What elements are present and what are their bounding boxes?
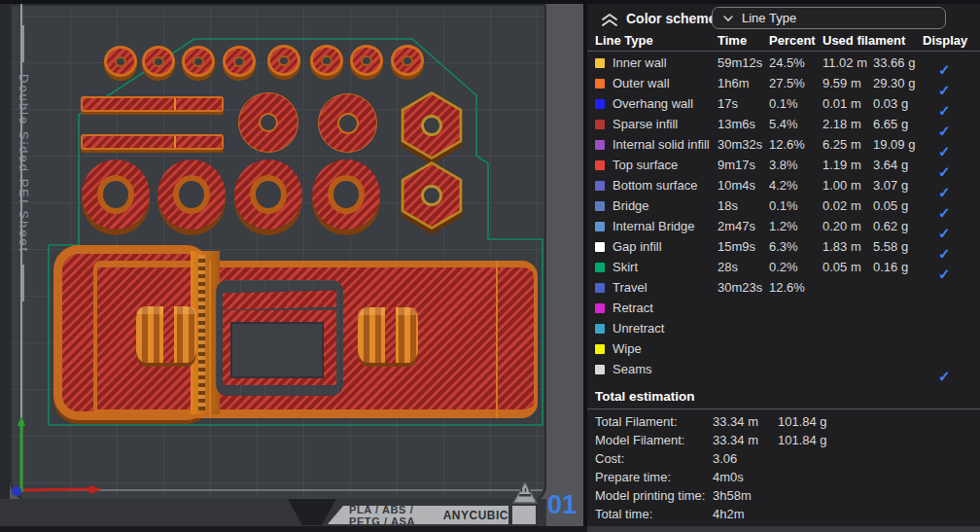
line-type-row[interactable]: Seams	[587, 359, 980, 379]
line-type-row[interactable]: Overhang wall 17s 0.1% 0.01 m 0.03 g	[587, 93, 980, 114]
color-swatch	[595, 344, 605, 354]
total-label: Total time:	[595, 507, 713, 521]
totals-separator	[587, 408, 980, 409]
line-type-name: Outer wall	[595, 76, 718, 90]
line-type-name: Wipe	[595, 341, 718, 356]
filament-length-cell: 6.25 m	[822, 137, 873, 152]
time-cell: 13m6s	[718, 117, 769, 131]
line-type-name: Bottom surface	[595, 178, 718, 193]
total-value-1: 4m0s	[713, 470, 778, 484]
line-type-row[interactable]: Travel 30m23s 12.6%	[587, 277, 980, 298]
line-type-row[interactable]: Wipe	[587, 338, 980, 359]
materials-strip: PLA / ABS / PETG / ASA ANYCUBIC	[328, 506, 508, 524]
total-row: Total time: 4h2m	[587, 505, 980, 523]
col-used-filament: Used filament	[822, 33, 905, 48]
line-type-row[interactable]: Internal Bridge 2m47s 1.2% 0.20 m 0.62 g	[587, 216, 980, 236]
line-type-label: Top surface	[612, 158, 678, 172]
total-value-2: 101.84 g	[778, 414, 980, 429]
total-value-1: 3h58m	[713, 488, 778, 503]
panel-header: Color scheme Line Type	[587, 6, 980, 31]
hot-surface-warning-icon	[511, 480, 539, 506]
model-bar	[81, 96, 224, 112]
chevron-double-up-icon[interactable]	[599, 12, 620, 28]
line-type-label: Wipe	[612, 341, 642, 356]
line-type-label: Internal Bridge	[612, 219, 695, 233]
top-border	[0, 0, 980, 4]
panel-title: Color scheme	[626, 11, 717, 26]
model-boss	[358, 307, 418, 363]
time-cell: 10m4s	[718, 178, 769, 193]
model-washer	[104, 46, 137, 77]
line-type-label: Outer wall	[612, 76, 670, 90]
model-bracket-seam	[496, 261, 498, 418]
time-cell: 9m17s	[718, 158, 769, 172]
color-swatch	[595, 263, 605, 272]
line-type-name: Bridge	[595, 198, 718, 213]
line-type-row[interactable]: Bottom surface 10m4s 4.2% 1.00 m 3.07 g	[587, 175, 980, 195]
line-type-label: Unretract	[612, 321, 664, 336]
line-type-name: Internal solid infill	[595, 137, 718, 152]
filament-weight-cell: 3.07 g	[873, 178, 937, 193]
filament-weight-cell: 33.66 g	[873, 55, 937, 70]
color-swatch	[595, 140, 605, 150]
time-cell: 28s	[718, 260, 769, 274]
color-scheme-panel: Color scheme Line Type Line Type Time Pe…	[587, 0, 980, 532]
line-type-row[interactable]: Bridge 18s 0.1% 0.02 m 0.05 g	[587, 195, 980, 216]
total-row: Cost: 3.06	[587, 449, 980, 468]
filament-length-cell: 0.05 m	[822, 260, 873, 274]
filament-weight-cell: 5.58 g	[873, 239, 937, 254]
line-type-row[interactable]: Inner wall 59m12s 24.5% 11.02 m 33.66 g	[587, 53, 980, 73]
col-time: Time	[718, 33, 747, 48]
filament-length-cell: 0.02 m	[822, 198, 873, 213]
model-bracket-slot-strip	[223, 290, 336, 309]
line-type-row[interactable]: Outer wall 1h6m 27.5% 9.59 m 29.30 g	[587, 73, 980, 93]
total-row: Model printing time: 3h58m	[587, 486, 980, 505]
percent-cell: 4.2%	[769, 178, 822, 193]
percent-cell: 1.2%	[769, 219, 822, 233]
line-type-row[interactable]: Gap infill 15m9s 6.3% 1.83 m 5.58 g	[587, 236, 980, 257]
color-swatch	[595, 99, 605, 109]
model-washer	[310, 45, 343, 76]
total-row: Model Filament: 33.34 m 101.84 g	[587, 431, 980, 449]
filament-length-cell: 0.01 m	[822, 96, 873, 111]
filament-length-cell: 1.19 m	[822, 158, 873, 172]
slicer-preview-window: Double Sided PEI Sheet	[0, 0, 980, 532]
total-label: Total Filament:	[595, 414, 713, 429]
total-label: Cost:	[595, 451, 713, 466]
line-type-row[interactable]: Retract	[587, 298, 980, 318]
line-type-row[interactable]: Skirt 28s 0.2% 0.05 m 0.16 g	[587, 257, 980, 277]
materials-label: PLA / ABS / PETG / ASA	[349, 504, 430, 527]
percent-cell: 5.4%	[769, 117, 822, 131]
total-row: Total Filament: 33.34 m 101.84 g	[587, 412, 980, 431]
xyz-axis-icon	[0, 408, 117, 506]
percent-cell: 6.3%	[769, 239, 822, 254]
line-type-name: Top surface	[595, 158, 718, 172]
total-value-1: 33.34 m	[713, 414, 778, 429]
line-type-row[interactable]: Sparse infill 13m6s 5.4% 2.18 m 6.65 g	[587, 114, 980, 134]
total-value-1: 3.06	[713, 451, 778, 466]
filament-weight-cell: 0.03 g	[873, 96, 937, 111]
total-value-2: 101.84 g	[778, 433, 980, 447]
model-bracket-seam	[209, 261, 211, 418]
time-cell: 17s	[718, 96, 769, 111]
total-label: Model Filament:	[595, 433, 713, 447]
table-column-headers: Line Type Time Percent Used filament Dis…	[587, 33, 980, 50]
color-swatch	[595, 324, 605, 334]
3d-viewport[interactable]: Double Sided PEI Sheet	[0, 0, 587, 532]
view-mode-dropdown[interactable]: Line Type	[712, 7, 946, 29]
total-value-1: 33.34 m	[713, 433, 778, 447]
col-display: Display	[923, 33, 967, 48]
percent-cell: 24.5%	[769, 55, 822, 70]
dropdown-value: Line Type	[742, 11, 796, 25]
total-label: Model printing time:	[595, 488, 713, 503]
total-label: Prepare time:	[595, 470, 713, 484]
model-boss	[136, 306, 196, 363]
line-type-row[interactable]: Top surface 9m17s 3.8% 1.19 m 3.64 g	[587, 155, 980, 175]
line-type-name: Retract	[595, 301, 718, 315]
line-type-label: Gap infill	[612, 239, 662, 254]
line-type-row[interactable]: Unretract	[587, 318, 980, 338]
line-type-name: Inner wall	[595, 55, 718, 70]
model-ring	[234, 160, 302, 230]
header-separator	[587, 51, 980, 52]
line-type-row[interactable]: Internal solid infill 30m32s 12.6% 6.25 …	[587, 134, 980, 155]
